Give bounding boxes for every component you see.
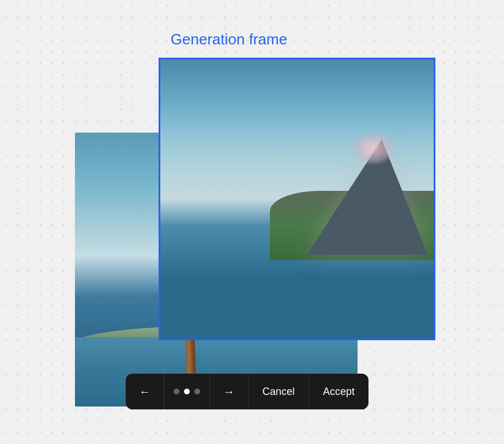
generation-frame <box>159 58 435 340</box>
next-button[interactable]: → <box>210 374 248 409</box>
cancel-button[interactable]: Cancel <box>249 374 309 409</box>
frame-content <box>160 59 434 338</box>
mountain-snow <box>350 131 396 165</box>
dot-1 <box>174 389 179 394</box>
page-title: Generation frame <box>161 31 296 48</box>
dots-indicator <box>164 389 209 394</box>
dot-3 <box>194 389 200 394</box>
canvas-area <box>35 58 473 415</box>
accept-button[interactable]: Accept <box>309 374 368 409</box>
dot-2 <box>184 389 190 394</box>
prev-button[interactable]: ← <box>126 374 164 409</box>
toolbar: ← → Cancel Accept <box>126 374 368 409</box>
